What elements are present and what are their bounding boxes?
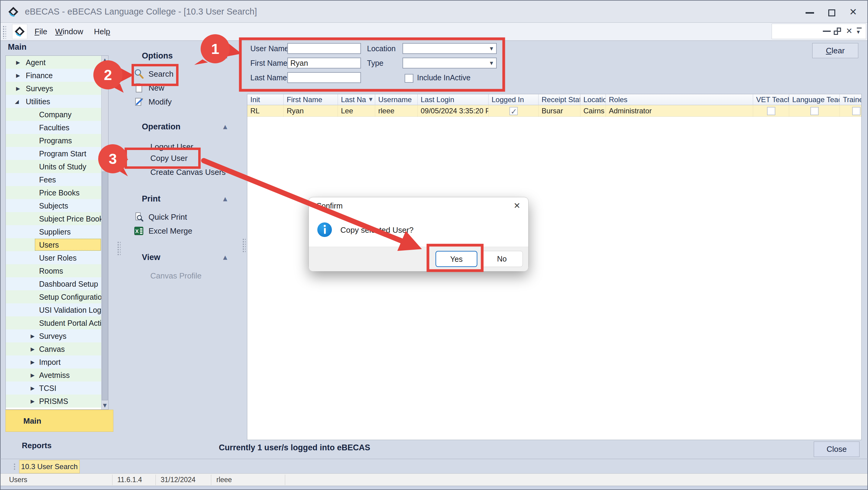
tree-item-users[interactable]: Users [6,238,101,251]
collapsed-arrow-icon[interactable]: ▶ [16,72,20,79]
mdi-restore-icon[interactable] [834,28,841,35]
column-header-first-name[interactable]: First Name [284,94,338,105]
close-button[interactable]: Close [814,441,860,457]
column-header-logged-in[interactable]: Logged In [489,94,538,105]
tree-item-agent[interactable]: ▶Agent [6,56,101,69]
menu-file[interactable]: File [32,23,50,40]
minimize-icon[interactable] [806,12,814,13]
column-header-last-login[interactable]: Last Login [417,94,489,105]
close-window-icon[interactable]: ✕ [849,7,857,17]
panel-splitter-grip[interactable] [242,238,246,252]
tree-item-subject-price-books[interactable]: Subject Price Books [6,212,101,225]
tree-item-fees[interactable]: Fees [6,173,101,186]
tabbar-grip[interactable] [13,463,17,471]
user-name-input[interactable] [287,43,361,54]
chevron-down-icon[interactable]: ▼ [490,61,493,65]
collapse-section-icon[interactable]: ▲ [223,193,227,204]
mdi-close-icon[interactable]: ✕ [846,26,852,35]
tree-item-avetmiss[interactable]: ▶Avetmiss [6,368,101,381]
column-header-roles[interactable]: Roles [606,94,753,105]
tree-item-setup-configuration[interactable]: Setup Configuration [6,290,101,303]
tree-item-suppliers[interactable]: Suppliers [6,225,101,238]
scroll-down-icon[interactable]: ▼ [101,402,108,408]
no-button[interactable]: No [481,251,523,267]
copy-user-button[interactable]: Copy User [150,152,188,165]
collapsed-arrow-icon[interactable]: ▶ [31,359,35,365]
tree-item-canvas[interactable]: ▶Canvas [6,342,101,356]
section-header-operation[interactable]: Operation ▲ [142,121,233,132]
collapsed-arrow-icon[interactable]: ▶ [31,398,35,404]
search-button[interactable]: Search [133,67,173,81]
section-header-view[interactable]: View ▲ [142,252,233,263]
tree-item-program-start[interactable]: Program Start [6,147,101,160]
tree-item-usi-validation-log[interactable]: USI Validation Log [6,303,101,316]
tree-scrollbar[interactable]: ▲ ▼ [101,56,108,409]
tree-item-finance[interactable]: ▶Finance [6,69,101,82]
collapsed-arrow-icon[interactable]: ▶ [16,59,20,65]
collapsed-arrow-icon[interactable]: ▶ [31,372,35,378]
collapsed-arrow-icon[interactable]: ▶ [16,86,20,92]
toolbar-grip[interactable] [2,26,6,39]
unchecked-checkbox[interactable] [810,107,818,115]
collapsed-arrow-icon[interactable]: ▶ [31,346,35,352]
collapse-section-icon[interactable]: ▲ [223,50,227,61]
tree-item-prisms[interactable]: ▶PRISMS [6,395,101,407]
tree-item-import[interactable]: ▶Import [6,356,101,368]
menu-help[interactable]: Help [92,23,113,40]
scroll-up-icon[interactable]: ▲ [101,57,108,63]
collapsed-arrow-icon[interactable]: ▶ [31,385,35,391]
dialog-close-icon[interactable]: ✕ [514,201,520,210]
table-row[interactable]: RL Ryan Lee rleee 09/05/2024 3:35:20 P ✓… [247,105,862,117]
scrollbar-thumb[interactable] [102,172,108,400]
include-inactive-checkbox[interactable] [405,74,413,83]
tree-item-price-books[interactable]: Price Books [6,186,101,199]
column-header-receipt-station[interactable]: Receipt Stati [538,94,580,105]
mdi-minimize-icon[interactable] [823,31,831,32]
quick-print-button[interactable]: Quick Print [133,210,187,224]
create-canvas-users-button[interactable]: Create Canvas Users [150,165,226,179]
menu-window[interactable]: Window [53,23,86,40]
sort-descending-icon[interactable]: ▼ [369,94,372,105]
collapsed-arrow-icon[interactable]: ▶ [31,333,35,339]
column-header-vet-teacher[interactable]: VET Teach [753,94,789,105]
tree-item-units-of-study[interactable]: Units of Study [6,160,101,173]
tree-item-programs[interactable]: Programs [6,134,101,147]
tree-item-user-roles[interactable]: User Roles [6,251,101,264]
tree-item-rooms[interactable]: Rooms [6,264,101,277]
expanded-arrow-icon[interactable]: ◢ [15,98,19,104]
column-header-init[interactable]: Init [247,94,284,105]
section-header-options[interactable]: Options ▲ [142,50,233,61]
mdi-pin-menu-icon[interactable]: ▼ [857,28,862,35]
maximize-icon[interactable] [828,9,835,17]
sidebar-splitter-grip[interactable] [117,241,121,255]
column-header-trainer[interactable]: Trainer [840,94,862,105]
unchecked-checkbox[interactable] [852,107,861,115]
tree-item-surveys[interactable]: ▶Surveys [6,82,101,95]
tab-10-3-user-search[interactable]: 10.3 User Search [19,460,80,473]
tree-item-dashboard-setup[interactable]: Dashboard Setup [6,277,101,290]
collapse-section-icon[interactable]: ▲ [223,121,227,132]
tree-item-surveys-child[interactable]: ▶Surveys [6,329,101,342]
tree-item-student-portal-activity-log[interactable]: Student Portal Activity L [6,316,101,329]
chevron-down-icon[interactable]: ▼ [490,46,493,51]
column-header-language-teacher[interactable]: Language Teacl [789,94,840,105]
yes-button[interactable]: Yes [435,251,477,267]
nav-group-reports-button[interactable]: Reports [5,439,113,452]
column-header-location[interactable]: Locatio [580,94,606,105]
tree-item-company[interactable]: Company [6,108,101,121]
location-dropdown[interactable]: ▼ [402,43,497,54]
checked-checkbox[interactable]: ✓ [509,107,518,115]
type-dropdown[interactable]: ▼ [402,58,497,68]
tree-item-subjects[interactable]: Subjects [6,199,101,212]
excel-merge-button[interactable]: X Excel Merge [133,224,192,238]
tree-item-faculties[interactable]: Faculties [6,121,101,134]
tree-item-tcsi[interactable]: ▶TCSI [6,381,101,395]
clear-button[interactable]: Clear [812,43,858,58]
tree-item-utilities[interactable]: ◢Utilities [6,95,101,108]
section-header-print[interactable]: Print ▲ [142,193,233,204]
collapse-section-icon[interactable]: ▲ [223,252,227,263]
first-name-input[interactable] [287,58,361,68]
nav-group-main-button[interactable]: Main [5,410,113,432]
column-header-last-name[interactable]: Last Na▼ [338,94,375,105]
modify-button[interactable]: Modify [133,95,172,109]
